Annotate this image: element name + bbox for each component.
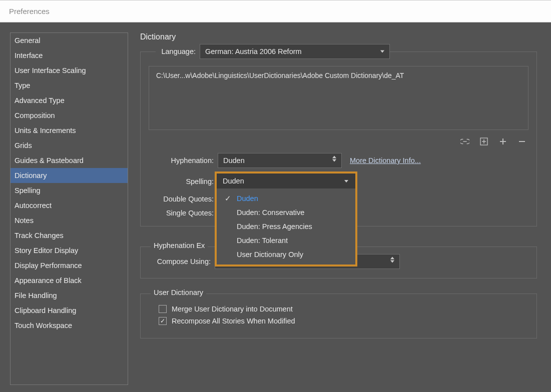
window-titlebar: Preferences (0, 0, 551, 22)
language-select[interactable]: German: Austria 2006 Reform (200, 44, 390, 59)
sidebar-item-display-performance[interactable]: Display Performance (11, 258, 128, 273)
panel-title: Dictionary (140, 32, 537, 42)
sidebar-item-story-editor-display[interactable]: Story Editor Display (11, 243, 128, 258)
minus-icon[interactable] (517, 137, 526, 146)
spelling-dropdown-header[interactable]: Duden (217, 174, 355, 188)
sidebar-item-general[interactable]: General (11, 33, 128, 48)
spelling-label: Spelling: (156, 178, 218, 186)
spelling-option[interactable]: User Dictionary Only (217, 248, 355, 262)
hyphenation-select[interactable]: Duden (218, 153, 342, 168)
hyphenation-exceptions-legend: Hyphenation Ex (151, 242, 208, 250)
spelling-option[interactable]: Duden: Tolerant (217, 234, 355, 248)
dictionary-path-item[interactable]: C:\User...w\Adobe\Linguistics\UserDictio… (156, 72, 521, 80)
sidebar-item-grids[interactable]: Grids (11, 138, 128, 153)
sidebar-item-user-interface-scaling[interactable]: User Interface Scaling (11, 63, 128, 78)
chevron-down-icon (344, 180, 348, 182)
hyphenation-value: Duden (223, 156, 245, 164)
sidebar: GeneralInterfaceUser Interface ScalingTy… (10, 32, 128, 385)
sidebar-item-autocorrect[interactable]: Autocorrect (11, 198, 128, 213)
more-dictionary-info-link[interactable]: More Dictionary Info... (350, 156, 421, 164)
user-dictionary-fieldset: User Dictionary Merge User Dictionary in… (140, 294, 537, 338)
spelling-select-wrap: Duden Duden DudenDuden: ConservativeDude… (218, 174, 345, 189)
dictionary-path-list[interactable]: C:\User...w\Adobe\Linguistics\UserDictio… (149, 66, 528, 130)
sidebar-item-track-changes[interactable]: Track Changes (11, 228, 128, 243)
sidebar-item-guides-pasteboard[interactable]: Guides & Pasteboard (11, 153, 128, 168)
dictionary-fieldset: Language: German: Austria 2006 Reform C:… (140, 52, 537, 226)
sidebar-item-clipboard-handling[interactable]: Clipboard Handling (11, 303, 128, 318)
spelling-dropdown-popup: Duden DudenDuden: ConservativeDuden: Pre… (215, 172, 357, 266)
hyphenation-label: Hyphenation: (156, 156, 218, 164)
chevron-updown-icon (390, 260, 394, 263)
main-container: GeneralInterfaceUser Interface ScalingTy… (0, 22, 551, 392)
spelling-option[interactable]: Duden: Conservative (217, 206, 355, 220)
sidebar-item-units-increments[interactable]: Units & Increments (11, 123, 128, 138)
merge-label: Merge User Dictionary into Document (172, 305, 293, 313)
language-value: German: Austria 2006 Reform (205, 48, 302, 56)
language-label: Language: (156, 48, 200, 56)
chevron-down-icon (380, 50, 384, 53)
sidebar-item-appearance-of-black[interactable]: Appearance of Black (11, 273, 128, 288)
sidebar-item-file-handling[interactable]: File Handling (11, 288, 128, 303)
sidebar-item-dictionary[interactable]: Dictionary (11, 168, 128, 183)
dictionary-toolbar (149, 137, 526, 146)
recompose-label: Recompose All Stories When Modified (172, 317, 295, 325)
merge-checkbox[interactable] (159, 305, 167, 313)
merge-checkbox-row[interactable]: Merge User Dictionary into Document (159, 305, 528, 313)
sidebar-item-composition[interactable]: Composition (11, 108, 128, 123)
relink-icon[interactable] (460, 137, 469, 146)
spelling-dropdown-header-text: Duden (223, 177, 244, 185)
window-title: Preferences (9, 7, 50, 16)
single-quotes-label: Single Quotes: (156, 209, 218, 217)
spelling-option[interactable]: Duden (217, 192, 355, 206)
content-panel: Dictionary Language: German: Austria 200… (128, 22, 551, 392)
spelling-option[interactable]: Duden: Press Agencies (217, 220, 355, 234)
spelling-dropdown-list: DudenDuden: ConservativeDuden: Press Age… (217, 188, 355, 264)
sidebar-item-type[interactable]: Type (11, 78, 128, 93)
user-dictionary-legend: User Dictionary (151, 288, 206, 296)
sidebar-item-interface[interactable]: Interface (11, 48, 128, 63)
sidebar-item-advanced-type[interactable]: Advanced Type (11, 93, 128, 108)
new-doc-icon[interactable] (479, 137, 488, 146)
plus-icon[interactable] (498, 137, 507, 146)
sidebar-item-spelling[interactable]: Spelling (11, 183, 128, 198)
double-quotes-label: Double Quotes: (156, 195, 218, 203)
recompose-checkbox[interactable] (159, 317, 167, 325)
chevron-updown-icon (332, 160, 336, 162)
sidebar-item-notes[interactable]: Notes (11, 213, 128, 228)
recompose-checkbox-row[interactable]: Recompose All Stories When Modified (159, 317, 528, 325)
compose-using-label: Compose Using: (149, 258, 215, 266)
sidebar-item-touch-workspace[interactable]: Touch Workspace (11, 318, 128, 333)
